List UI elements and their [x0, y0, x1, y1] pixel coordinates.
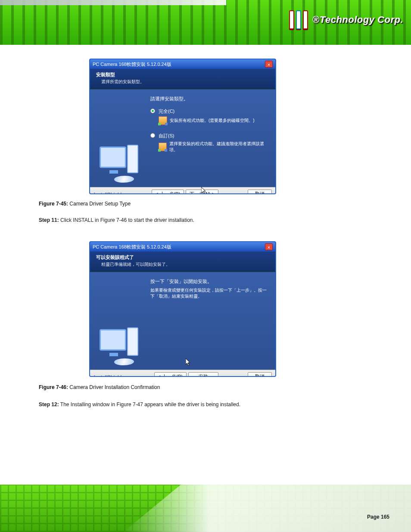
lead-text: 請選擇安裝類型。 — [150, 96, 270, 102]
close-icon[interactable]: × — [265, 61, 273, 68]
package-icon — [159, 143, 167, 151]
wizard-heading: 可以安裝該程式了 — [96, 254, 269, 261]
wizard-subheader: 可以安裝該程式了 精靈已準備就緒，可以開始安裝了。 — [90, 252, 275, 272]
cancel-button[interactable]: 取消 — [248, 190, 272, 194]
computer-illustration-icon — [96, 327, 143, 365]
step-12: Step 12: The Installing window in Figure… — [39, 401, 240, 408]
wizard-button-bar: InstallShield < 上一步(B) 安裝 取消 — [90, 370, 275, 377]
page-number: Page 165 — [367, 514, 389, 520]
figure-caption-2: Figure 7-46: Camera Driver Installation … — [39, 384, 160, 390]
option-custom-desc: 選擇要安裝的程式功能。建議進階使用者選擇該選項。 — [169, 141, 270, 153]
brand-text: ®Technology Corp. — [312, 14, 403, 25]
option-complete-desc: 安裝所有程式功能。(需要最多的磁碟空間。) — [170, 118, 255, 124]
cursor-icon — [186, 358, 191, 366]
brand-logo: ®Technology Corp. — [289, 10, 403, 29]
option-complete[interactable]: 完全(C) 安裝所有程式功能。(需要最多的磁碟空間。) — [150, 108, 270, 125]
page-footer-decor — [0, 485, 411, 532]
wizard-body: 請選擇安裝類型。 完全(C) 安裝所有程式功能。(需要最多的磁碟空間。) 自訂(… — [90, 90, 275, 187]
screenshot-setup-type: PC Camera 168軟體安裝 5.12.0.24版 × 安裝類型 選擇所需… — [89, 59, 276, 194]
back-button[interactable]: < 上一步(B) — [152, 190, 184, 194]
window-titlebar: PC Camera 168軟體安裝 5.12.0.24版 × — [90, 242, 275, 252]
wizard-subheading: 選擇所需的安裝類型。 — [101, 79, 269, 85]
figure-caption-1: Figure 7-45: Camera Driver Setup Type — [39, 201, 131, 207]
installshield-brand: InstallShield — [93, 374, 121, 377]
computer-illustration-icon — [96, 144, 143, 183]
wizard-subheader: 安裝類型 選擇所需的安裝類型。 — [90, 69, 275, 90]
wizard-heading: 安裝類型 — [96, 72, 269, 78]
footer-swoosh — [123, 485, 411, 532]
step-11: Step 11: Click INSTALL in Figure 7-46 to… — [39, 217, 194, 223]
option-custom-label: 自訂(S) — [159, 133, 270, 139]
installshield-brand: InstallShield — [93, 192, 121, 195]
option-complete-label: 完全(C) — [159, 108, 255, 115]
wizard-button-bar: InstallShield < 上一步(B) 下一步(N) > 取消 — [90, 187, 275, 194]
window-title: PC Camera 168軟體安裝 5.12.0.24版 — [93, 244, 171, 250]
cursor-icon — [201, 187, 206, 194]
radio-selected-icon[interactable] — [150, 109, 155, 113]
close-icon[interactable]: × — [265, 243, 273, 250]
page-header-decor: ®Technology Corp. — [0, 0, 411, 45]
window-title: PC Camera 168軟體安裝 5.12.0.24版 — [93, 61, 171, 68]
iei-logo-icon — [289, 10, 308, 29]
body-paragraph: 如果要檢查或變更任何安裝設定，請按一下「上一步」。按一下「取消」結束安裝精靈。 — [150, 287, 270, 299]
radio-unselected-icon[interactable] — [150, 133, 155, 138]
wizard-subheading: 精靈已準備就緒，可以開始安裝了。 — [101, 261, 269, 268]
package-icon — [159, 116, 167, 125]
window-titlebar: PC Camera 168軟體安裝 5.12.0.24版 × — [90, 59, 275, 69]
wizard-body: 按一下「安裝」以開始安裝。 如果要檢查或變更任何安裝設定，請按一下「上一步」。按… — [90, 272, 275, 370]
option-custom[interactable]: 自訂(S) 選擇要安裝的程式功能。建議進階使用者選擇該選項。 — [150, 133, 270, 153]
lead-text: 按一下「安裝」以開始安裝。 — [150, 278, 270, 285]
install-button[interactable]: 安裝 — [188, 372, 218, 377]
cancel-button[interactable]: 取消 — [248, 372, 272, 377]
back-button[interactable]: < 上一步(B) — [154, 372, 187, 377]
screenshot-install-confirm: PC Camera 168軟體安裝 5.12.0.24版 × 可以安裝該程式了 … — [89, 241, 276, 377]
